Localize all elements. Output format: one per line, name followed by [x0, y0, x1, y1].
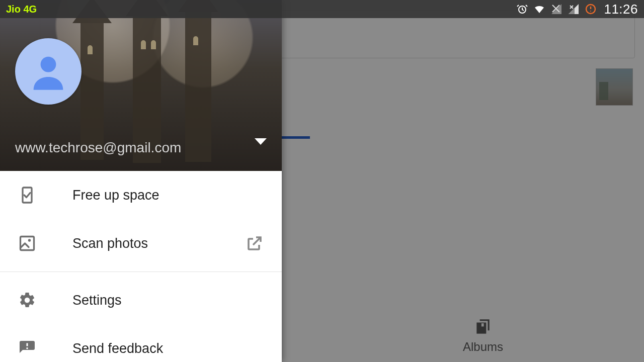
person-icon	[26, 49, 70, 94]
menu-scan-photos[interactable]: Scan photos	[0, 219, 282, 267]
menu-item-label: Scan photos	[72, 236, 209, 251]
drawer-menu: Free up space Scan photos	[0, 171, 282, 362]
power-warning-icon	[585, 3, 597, 15]
wifi-icon	[533, 3, 545, 15]
menu-settings[interactable]: Settings	[0, 276, 282, 324]
svg-point-5	[28, 239, 31, 241]
navigation-drawer: www.techrose@gmail.com Free up space Sca	[0, 0, 282, 362]
svg-point-8	[590, 11, 591, 12]
status-bar: Jio 4G 11:26	[0, 0, 644, 18]
menu-send-feedback[interactable]: Send feedback	[0, 324, 282, 362]
scan-photos-icon	[18, 234, 36, 252]
signal-1-icon	[550, 3, 562, 15]
external-link-icon	[246, 234, 264, 252]
svg-rect-4	[21, 237, 34, 250]
avatar[interactable]	[15, 38, 82, 105]
menu-item-label: Free up space	[72, 188, 264, 203]
feedback-icon	[18, 339, 36, 357]
divider	[0, 272, 282, 272]
status-time: 11:26	[604, 2, 638, 17]
alarm-icon	[516, 3, 528, 15]
carrier-label: Jio 4G	[6, 4, 37, 15]
menu-item-label: Settings	[72, 293, 264, 308]
svg-point-2	[41, 57, 56, 72]
account-email: www.techrose@gmail.com	[15, 140, 252, 156]
menu-free-up-space[interactable]: Free up space	[0, 171, 282, 219]
drawer-header[interactable]: www.techrose@gmail.com	[0, 0, 282, 171]
menu-item-label: Send feedback	[72, 341, 264, 356]
chevron-down-icon[interactable]	[255, 138, 267, 145]
signal-2-icon	[568, 3, 580, 15]
free-up-space-icon	[18, 186, 36, 204]
gear-icon	[18, 291, 36, 309]
drawer-scrim[interactable]	[282, 0, 644, 362]
